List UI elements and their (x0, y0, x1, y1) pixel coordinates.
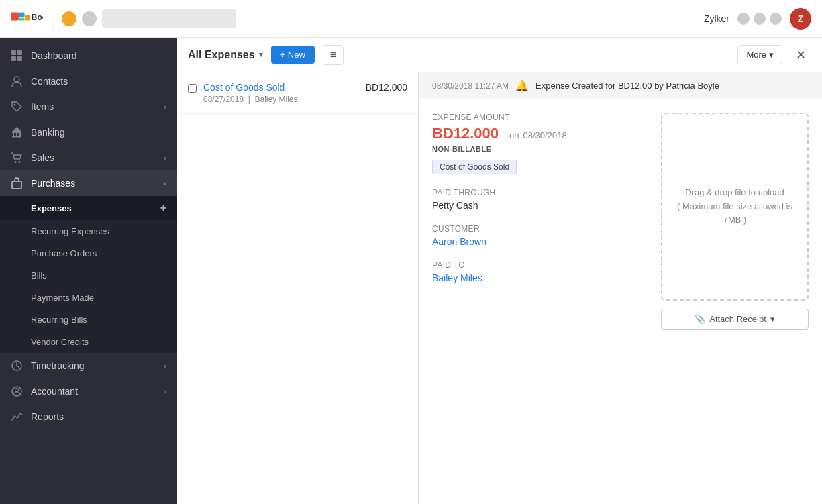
expense-list-panel: Cost of Goods Sold 08/27/2018 | Bailey M… (177, 72, 419, 504)
svg-rect-6 (17, 50, 22, 55)
recurring-expenses-label: Recurring Expenses (31, 226, 109, 236)
svg-rect-3 (25, 15, 30, 20)
top-dot-3[interactable] (770, 13, 782, 25)
sidebar-item-dashboard[interactable]: Dashboard (0, 43, 177, 68)
expense-row[interactable]: Cost of Goods Sold 08/27/2018 | Bailey M… (177, 72, 418, 114)
svg-point-10 (14, 104, 16, 106)
expense-amount-value: BD12.000 on 08/30/2018 (432, 125, 648, 142)
upload-area[interactable]: Drag & drop file to upload ( Maximum fil… (661, 113, 809, 301)
sidebar-item-purchase-orders[interactable]: Purchase Orders (0, 242, 177, 264)
purchases-submenu: Expenses + Recurring Expenses Purchase O… (0, 196, 177, 353)
sidebar-sales-label: Sales (31, 152, 54, 163)
svg-rect-0 (11, 12, 19, 20)
bank-icon (11, 126, 23, 138)
sidebar-timetracking-label: Timetracking (31, 360, 85, 371)
briefcase-icon (11, 177, 23, 189)
new-button[interactable]: + New (271, 46, 315, 64)
purchase-orders-label: Purchase Orders (31, 248, 97, 258)
filter-button[interactable]: ≡ (323, 45, 344, 65)
sidebar-dashboard-label: Dashboard (31, 50, 77, 61)
close-button[interactable]: ✕ (790, 45, 811, 65)
attach-chevron-icon: ▾ (770, 314, 775, 324)
expense-date: 08/27/2018 (203, 95, 244, 104)
top-bar-center (62, 9, 696, 28)
sidebar: Dashboard Contacts Items › (0, 38, 177, 504)
sidebar-item-purchases[interactable]: Purchases ‹ (0, 170, 177, 196)
paid-to-value[interactable]: Bailey Miles (432, 272, 648, 283)
expense-name: Cost of Goods Sold (203, 82, 359, 93)
grid-icon (11, 50, 23, 62)
detail-left: Expense Amount BD12.000 on 08/30/2018 NO… (432, 113, 648, 330)
expenses-plus-icon[interactable]: + (160, 202, 166, 214)
amount-on-text: on (509, 130, 519, 140)
expense-meta: 08/27/2018 | Bailey Miles (203, 95, 359, 104)
sidebar-item-bills[interactable]: Bills (0, 264, 177, 287)
customer-value[interactable]: Aaron Brown (432, 236, 648, 247)
yellow-indicator (62, 11, 76, 26)
clock-icon (11, 360, 23, 372)
top-dot-2[interactable] (754, 13, 766, 25)
sidebar-item-vendor-credits[interactable]: Vendor Credits (0, 331, 177, 353)
more-button[interactable]: More ▾ (737, 45, 782, 64)
all-expenses-label: All Expenses (188, 49, 255, 61)
sidebar-item-timetracking[interactable]: Timetracking › (0, 353, 177, 379)
sidebar-item-payments-made[interactable]: Payments Made (0, 287, 177, 309)
all-expenses-dropdown[interactable]: All Expenses ▾ (188, 49, 263, 61)
close-icon: ✕ (796, 48, 806, 62)
sidebar-reports-label: Reports (31, 411, 64, 422)
toolbar: All Expenses ▾ + New ≡ Make Recurring 👆 (177, 38, 822, 72)
activity-text: Expense Created for BD12.00 by Patricia … (535, 81, 719, 91)
svg-point-18 (19, 161, 21, 163)
all-expenses-arrow-icon: ▾ (259, 50, 263, 59)
sidebar-item-recurring-bills[interactable]: Recurring Bills (0, 309, 177, 331)
customer-section: Customer Aaron Brown (432, 224, 648, 247)
top-bar: Books Zylker Z (0, 0, 822, 38)
svg-rect-13 (16, 133, 17, 136)
purchases-chevron-icon: ‹ (164, 179, 166, 187)
expense-info: Cost of Goods Sold 08/27/2018 | Bailey M… (203, 82, 359, 104)
paid-through-value: Petty Cash (432, 200, 648, 211)
file-size-text: ( Maximum file size allowed is 7MB ) (677, 201, 792, 225)
top-dot-1[interactable] (737, 13, 750, 25)
sidebar-item-reports[interactable]: Reports (0, 404, 177, 430)
svg-rect-12 (13, 133, 14, 136)
svg-point-17 (15, 161, 17, 163)
sidebar-contacts-label: Contacts (31, 76, 68, 87)
content-area: All Expenses ▾ + New ≡ Make Recurring 👆 (177, 38, 822, 504)
global-search-bar[interactable] (102, 9, 236, 28)
payments-made-label: Payments Made (31, 293, 94, 303)
sidebar-item-sales[interactable]: Sales › (0, 145, 177, 170)
split-panel: Cost of Goods Sold 08/27/2018 | Bailey M… (177, 72, 822, 504)
bills-label: Bills (31, 270, 47, 281)
expenses-label: Expenses (31, 203, 72, 213)
sidebar-item-expenses[interactable]: Expenses + (0, 196, 177, 220)
detail-right: Drag & drop file to upload ( Maximum fil… (661, 113, 809, 330)
person-icon (11, 75, 23, 87)
user-circle-icon (11, 385, 23, 397)
svg-rect-1 (19, 12, 25, 17)
expense-detail-panel: 08/30/2018 11:27 AM 🔔 Expense Created fo… (419, 72, 822, 504)
non-billable-badge: NON-BILLABLE (432, 145, 492, 153)
avatar[interactable]: Z (790, 8, 811, 30)
expense-vendor: Bailey Miles (255, 95, 298, 104)
gray-indicator (82, 11, 97, 26)
attach-receipt-button[interactable]: 📎 Attach Receipt ▾ (661, 309, 809, 330)
sidebar-item-items[interactable]: Items › (0, 94, 177, 119)
filter-icon: ≡ (330, 49, 336, 60)
vendor-credits-label: Vendor Credits (31, 337, 89, 347)
svg-point-22 (15, 389, 19, 392)
new-button-label: + New (280, 50, 305, 60)
timetracking-chevron-icon: › (164, 362, 166, 370)
user-menu[interactable]: Zylker (704, 13, 729, 24)
paid-through-label: Paid Through (432, 188, 648, 197)
sidebar-item-contacts[interactable]: Contacts (0, 68, 177, 94)
chart-icon (11, 411, 23, 423)
sidebar-item-recurring-expenses[interactable]: Recurring Expenses (0, 220, 177, 242)
drag-drop-text: Drag & drop file to upload (685, 187, 784, 197)
customer-label: Customer (432, 224, 648, 234)
paid-to-section: Paid To Bailey Miles (432, 260, 648, 283)
svg-rect-8 (17, 56, 22, 61)
expense-checkbox[interactable] (188, 84, 197, 93)
sidebar-item-banking[interactable]: Banking (0, 119, 177, 145)
sidebar-item-accountant[interactable]: Accountant › (0, 379, 177, 404)
